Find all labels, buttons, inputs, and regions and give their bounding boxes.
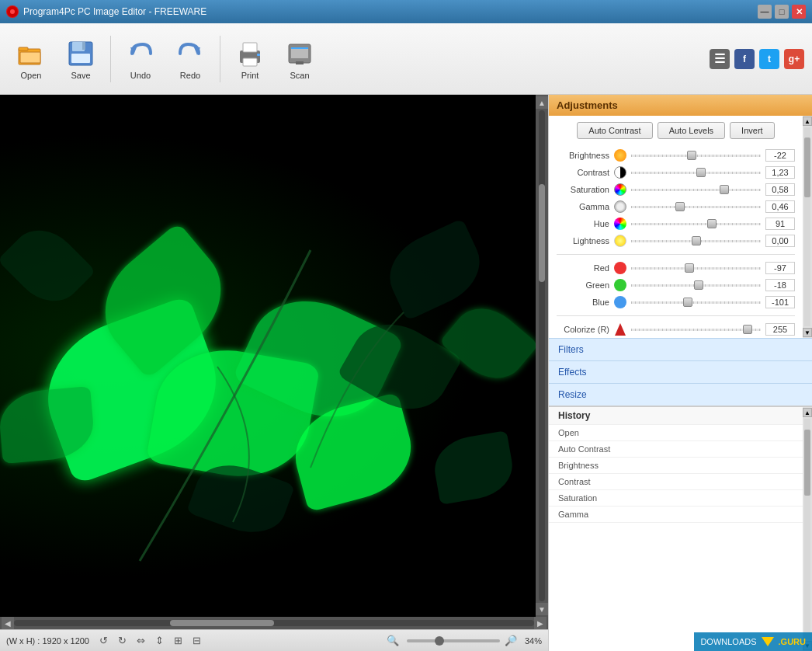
- lightness-track[interactable]: [631, 240, 761, 242]
- green-track[interactable]: [631, 284, 761, 287]
- tool-grid-1[interactable]: ⊞: [170, 633, 186, 649]
- contrast-thumb[interactable]: [696, 168, 706, 177]
- blue-track[interactable]: [631, 301, 761, 304]
- history-item-4[interactable]: Contrast: [549, 474, 803, 490]
- lightness-value[interactable]: [765, 235, 795, 247]
- adj-scroll-wrapper: Auto Contrast Auto Levels Invert Brightn…: [549, 116, 812, 338]
- title-bar-buttons: — □ ✕: [758, 5, 806, 19]
- vertical-scrollbar[interactable]: ▲ ▼: [536, 95, 548, 617]
- undo-button[interactable]: Undo: [117, 30, 164, 88]
- scroll-h-thumb[interactable]: [170, 620, 274, 626]
- horizontal-scrollbar[interactable]: ◀ ▶: [0, 617, 548, 629]
- saturation-track[interactable]: [631, 189, 761, 191]
- history-item-0[interactable]: History: [549, 407, 803, 425]
- zoom-slider[interactable]: [407, 639, 500, 642]
- colorize-label: Colorize (R): [557, 325, 609, 334]
- googleplus-icon[interactable]: g+: [784, 49, 804, 69]
- colorize-value[interactable]: [765, 323, 795, 336]
- redo-button[interactable]: Redo: [167, 30, 213, 88]
- tool-rotate-right[interactable]: ↻: [114, 633, 130, 649]
- adj-scroll-thumb[interactable]: [804, 138, 810, 197]
- zoom-out-icon[interactable]: 🔍: [385, 633, 401, 649]
- lightness-thumb[interactable]: [692, 236, 701, 245]
- saturation-value[interactable]: [765, 183, 795, 196]
- history-item-1[interactable]: Open: [549, 425, 803, 441]
- contrast-track[interactable]: [631, 172, 761, 174]
- history-item-3[interactable]: Brightness: [549, 458, 803, 474]
- maximize-button[interactable]: □: [775, 5, 789, 19]
- twitter-icon[interactable]: t: [759, 49, 779, 69]
- auto-contrast-button[interactable]: Auto Contrast: [577, 122, 652, 139]
- zoom-in-icon[interactable]: 🔎: [503, 633, 519, 649]
- scroll-down-arrow[interactable]: ▼: [536, 603, 548, 615]
- scan-button[interactable]: Scan: [276, 30, 323, 88]
- scroll-right-arrow[interactable]: ▶: [534, 617, 547, 629]
- gamma-thumb[interactable]: [675, 202, 685, 211]
- scroll-up-arrow[interactable]: ▲: [536, 96, 548, 109]
- history-item-6[interactable]: Gamma: [549, 507, 803, 523]
- brightness-track[interactable]: [631, 155, 761, 157]
- tool-rotate-left[interactable]: ↺: [95, 633, 111, 649]
- lightness-label: Lightness: [557, 236, 609, 245]
- open-button[interactable]: Open: [8, 30, 54, 88]
- scroll-left-arrow[interactable]: ◀: [2, 617, 14, 629]
- hue-value[interactable]: [765, 218, 795, 230]
- green-icon: [614, 279, 626, 291]
- green-value[interactable]: [765, 279, 795, 291]
- colorize-track[interactable]: [631, 329, 761, 331]
- colorize-thumb[interactable]: [743, 325, 752, 334]
- canvas-with-scroll: ▲ ▼: [0, 95, 548, 617]
- blue-value[interactable]: [765, 296, 795, 308]
- history-scroll-up[interactable]: ▲: [803, 408, 812, 417]
- toolbar-separator-1: [110, 36, 111, 82]
- history-panel: History Open Auto Contrast Brightness Co…: [549, 406, 812, 651]
- svg-point-1: [10, 9, 15, 14]
- history-scrollbar[interactable]: ▲ ▼: [803, 407, 812, 651]
- history-scroll-track[interactable]: [804, 419, 810, 639]
- resize-section[interactable]: Resize: [549, 383, 812, 406]
- gamma-track[interactable]: [631, 206, 761, 208]
- close-button[interactable]: ✕: [792, 5, 806, 19]
- scroll-h-track[interactable]: [14, 620, 534, 626]
- slider-divider-1: [557, 254, 795, 255]
- facebook-icon[interactable]: f: [734, 49, 755, 69]
- scroll-v-track[interactable]: [539, 110, 545, 601]
- scroll-v-thumb[interactable]: [539, 184, 545, 282]
- adj-scroll-track[interactable]: [804, 127, 810, 326]
- blue-thumb[interactable]: [683, 298, 692, 307]
- saturation-thumb[interactable]: [720, 185, 729, 194]
- history-scroll-thumb[interactable]: [804, 430, 810, 496]
- print-button[interactable]: Print: [227, 30, 273, 88]
- brightness-value[interactable]: [765, 149, 795, 162]
- brightness-thumb[interactable]: [687, 151, 696, 160]
- tool-flip-v[interactable]: ⇕: [151, 633, 167, 649]
- green-thumb[interactable]: [694, 280, 703, 290]
- tool-grid-2[interactable]: ⊟: [189, 633, 204, 649]
- history-item-2[interactable]: Auto Contrast: [549, 441, 803, 458]
- open-label: Open: [21, 71, 42, 80]
- invert-button[interactable]: Invert: [730, 122, 775, 139]
- effects-section[interactable]: Effects: [549, 360, 812, 383]
- red-track[interactable]: [631, 267, 761, 270]
- adj-scrollbar[interactable]: ▲ ▼: [803, 116, 812, 338]
- adj-scroll-down[interactable]: ▼: [803, 328, 812, 337]
- gamma-value[interactable]: [765, 200, 795, 213]
- tool-flip-h[interactable]: ⇔: [133, 633, 148, 649]
- hue-thumb[interactable]: [707, 219, 717, 228]
- hue-track[interactable]: [631, 223, 761, 225]
- save-button[interactable]: Save: [57, 30, 104, 88]
- red-thumb[interactable]: [685, 263, 694, 273]
- history-item-5[interactable]: Saturation: [549, 490, 803, 507]
- filters-section[interactable]: Filters: [549, 338, 812, 360]
- auto-levels-button[interactable]: Auto Levels: [658, 122, 725, 139]
- adj-scroll-up[interactable]: ▲: [803, 117, 812, 126]
- contrast-value[interactable]: [765, 166, 795, 179]
- adj-inner: Auto Contrast Auto Levels Invert Brightn…: [549, 116, 803, 338]
- brightness-icon: [614, 149, 626, 162]
- menu-icon[interactable]: ☰: [710, 49, 730, 69]
- red-value[interactable]: [765, 262, 795, 274]
- minimize-button[interactable]: —: [758, 5, 772, 19]
- lightness-row: Lightness: [549, 232, 803, 249]
- saturation-row: Saturation: [549, 181, 803, 198]
- colorize-icon: [614, 323, 626, 336]
